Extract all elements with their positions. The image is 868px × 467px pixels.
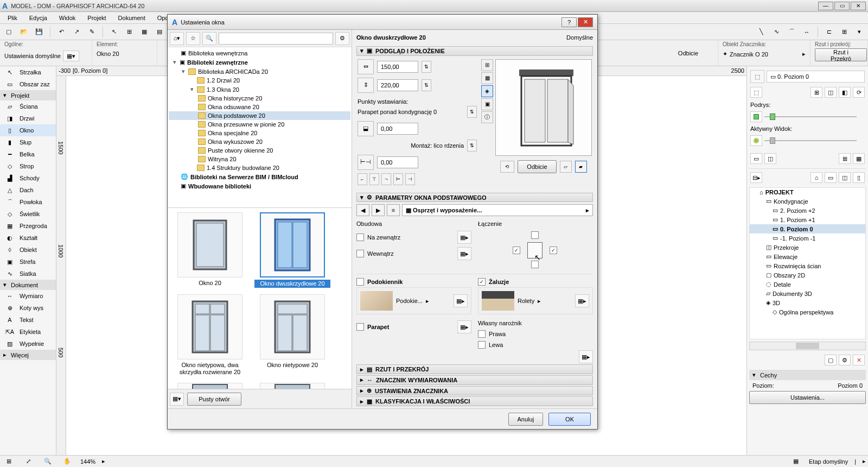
tool-siatka[interactable]: ∿Siatka [0,268,56,280]
width-input[interactable] [377,61,418,73]
tree-przekroje[interactable]: ◫Przekroje [750,243,865,252]
tree-3d[interactable]: ◈3D [750,298,865,307]
nav-icon-1[interactable]: ⬚ [750,87,762,98]
lib-embedded[interactable]: ▣Wbudowane biblioteki [169,181,350,191]
section-params[interactable]: ▾ ⚙ PARAMETRY OKNA PODSTAWOWEGO [356,193,593,203]
reveal-input[interactable] [377,156,418,168]
menu-widok[interactable]: Widok [54,14,81,22]
join-right[interactable]: ✓ [550,247,557,254]
tool-more[interactable]: ▾ [853,26,866,39]
tool-wypeln[interactable]: ▨Wypełnie [0,338,56,350]
mirror-icon[interactable]: ⟲ [500,161,514,173]
lib-fav-button[interactable]: ☆ [186,32,200,45]
tool-obszar-zaz[interactable]: ▭Obszar zaz [0,78,56,90]
section-znacznik-wym[interactable]: ▸↔ZNACZNIK WYMIAROWANIA [356,375,593,385]
aktywny-color[interactable] [750,135,762,146]
chk-parapet[interactable] [356,323,364,331]
tool-snap1[interactable]: ⊞ [123,26,136,39]
tree-level-m1[interactable]: ▭-1. Poziom -1 [750,234,865,243]
tool-save[interactable]: 💾 [33,26,46,39]
bb-icon-5[interactable]: ▦ [789,455,802,468]
tool-powloka[interactable]: ⌒Powłoka [0,196,56,208]
nav-settings[interactable]: ⚙ [839,355,851,365]
parapet-opts[interactable]: ▦▸ [457,320,471,333]
section-rzut[interactable]: ▸▤RZUT I PRZEKRÓJ [356,364,593,374]
tree-elewacje[interactable]: ▭Elewacje [750,252,865,261]
lib-internal[interactable]: ▣Biblioteka wewnętrzna [169,48,350,58]
nav-delete[interactable]: ✕ [853,355,865,365]
chk-podokiennik[interactable] [356,278,364,286]
tool-etykieta[interactable]: ⇱AEtykieta [0,326,56,338]
ogolne-value[interactable]: Ustawienia domyślne [4,53,61,59]
aktywny-slider[interactable] [764,136,857,145]
podrys-slider[interactable] [764,112,857,121]
tool-strefa[interactable]: ▣Strefa [0,256,56,268]
wewnatrz-opts[interactable]: ▦▸ [457,247,471,260]
anchor-4[interactable]: ⊢ [393,173,403,185]
maximize-button[interactable]: ▭ [834,2,850,10]
anchor-5[interactable]: ⊣ [405,173,415,185]
odbicie-button[interactable]: Odbicie [518,160,556,173]
rolety-dropdown[interactable]: Rolety [518,298,534,304]
width-icon[interactable]: ⇔ [358,59,374,74]
tool-measure[interactable]: ↔ [800,26,813,39]
nav-view-4[interactable]: ◫ [839,172,851,183]
tool-pick[interactable]: ↗ [70,26,83,39]
nav-icon-2[interactable]: ⊞ [810,87,822,98]
section-dokument[interactable]: ▾ Dokument [0,280,56,290]
height-link[interactable]: ⇅ [422,79,431,91]
nav-action-4[interactable]: ▦ [853,153,865,164]
menu-dokument[interactable]: Dokument [113,14,151,22]
tool-przegroda[interactable]: ▦Przegroda [0,220,56,232]
section-preview[interactable]: ▾ ▣ PODGLĄD I POŁOŻENIE [356,46,593,56]
lib-sub-0[interactable]: Okna historyczne 20 [169,94,350,103]
section-klasyfikacja[interactable]: ▸▦KLASYFIKACJA I WŁAŚCIWOŚCI [356,396,593,406]
nav-action-1[interactable]: ▭ [750,153,762,164]
menu-projekt[interactable]: Projekt [82,14,111,22]
tree-level-1[interactable]: ▭1. Poziom +1 [750,215,865,224]
flip-v-icon[interactable]: ▰ [575,161,587,173]
flip-h-icon[interactable]: ▱ [560,161,572,173]
minimize-button[interactable]: — [818,2,833,10]
nav-view-1[interactable]: ⊟▸ [750,172,762,183]
tool-okno[interactable]: ▯Okno [0,124,56,136]
ustawienia-button[interactable]: Ustawienia... [749,391,866,404]
tree-detale[interactable]: ◌Detale [750,280,865,289]
tool-crop[interactable]: ⊏ [822,26,835,39]
nav-view-5[interactable]: ▯ [853,172,865,183]
chk-prawa[interactable] [478,330,486,338]
height-icon[interactable]: ⇕ [358,78,374,93]
bb-icon-4[interactable]: ✋ [61,455,74,468]
na-zewnatrz-opts[interactable]: ▦▸ [457,231,471,244]
tool-ksztalt[interactable]: ◐Kształt [0,232,56,244]
tree-persp[interactable]: ◇Ogólna perspektywa [750,307,865,317]
lib-sub-5[interactable]: Okna wykuszowe 20 [169,137,350,146]
tool-drzwi[interactable]: ◨Drzwi [0,112,56,124]
lib-sub-2[interactable]: Okna podstawowe 20 [169,111,350,120]
tool-open[interactable]: 📂 [17,26,30,39]
thumb-1[interactable]: Okno dwuskrzydłowe 20 [254,212,330,288]
menu-plik[interactable]: Plik [2,14,23,22]
tool-dach[interactable]: △Dach [0,184,56,196]
tool-arc[interactable]: ⌒ [785,26,798,39]
section-projekt[interactable]: ▾ Projekt [0,90,56,100]
tool-undo[interactable]: ↶ [55,26,68,39]
view-icon-1[interactable]: ⊞ [481,59,493,71]
section-cechy[interactable]: ▾ Cechy [749,370,866,380]
lib-struct[interactable]: 1.4 Struktury budowlane 20 [169,163,350,172]
tool-snap3[interactable]: ▤ [153,26,166,39]
lib-sub-6[interactable]: Puste otwory okienne 20 [169,146,350,155]
reveal-icon[interactable]: ⊢⊣ [358,155,374,170]
section-ustawienia-znacznika[interactable]: ▸⊕USTAWIENIA ZNACZNIKA [356,386,593,396]
lib-bim[interactable]: 🌐Biblioteki na Serwerze BIM / BIMcloud [169,172,350,181]
nav-view-3[interactable]: ▭ [825,172,837,183]
tool-strzalka[interactable]: ↖Strzałka [0,66,56,78]
lib-doors[interactable]: 1.2 Drzwi 20 [169,76,350,85]
join-left[interactable]: ✓ [513,247,520,254]
nav-home-icon[interactable]: ⬚ [750,70,764,83]
lib-search-button[interactable]: 🔍 [202,32,216,45]
chevron-right-icon[interactable]: ▸ [426,298,429,305]
width-link[interactable]: ⇅ [422,61,431,73]
tree-level-0[interactable]: ▭0. Poziom 0 [750,224,865,234]
subnav-next[interactable]: ▶ [372,204,385,216]
